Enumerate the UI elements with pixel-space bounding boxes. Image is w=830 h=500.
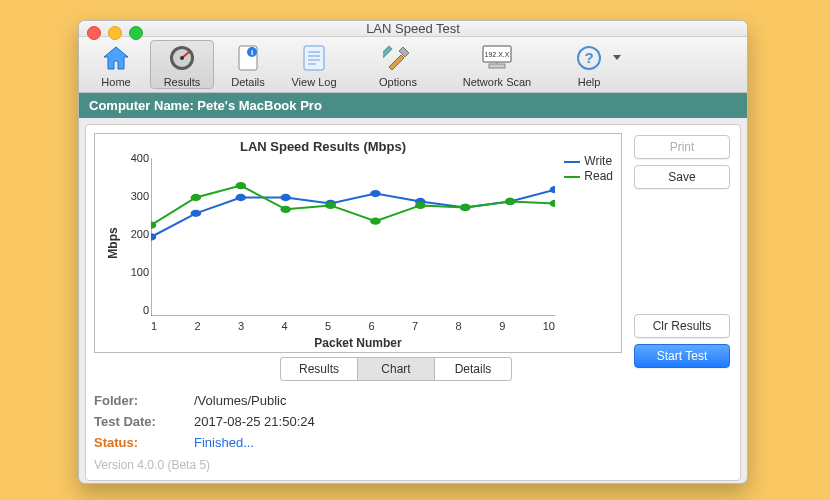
title-bar[interactable]: LAN Speed Test xyxy=(79,21,747,37)
help-button[interactable]: ? Help xyxy=(564,40,614,89)
chart: LAN Speed Results (Mbps) Write Read Mbps… xyxy=(94,133,622,353)
chart-yticks: 4003002001000 xyxy=(121,152,149,316)
chart-legend: Write Read xyxy=(564,154,613,184)
svg-point-50 xyxy=(370,218,381,225)
close-icon[interactable] xyxy=(87,26,101,40)
details-icon: i xyxy=(235,41,261,75)
status-label: Status: xyxy=(94,435,194,450)
help-icon: ? xyxy=(575,41,603,75)
svg-point-38 xyxy=(280,194,291,201)
chart-xticks: 12345678910 xyxy=(151,320,555,332)
chart-ylabel: Mbps xyxy=(106,227,120,258)
chart-plot-area xyxy=(151,158,555,316)
details-button[interactable]: i Details xyxy=(216,40,280,89)
home-icon xyxy=(101,41,131,75)
app-window: LAN Speed Test Home Results i Details Vi… xyxy=(78,20,748,484)
svg-point-2 xyxy=(180,56,184,60)
options-button[interactable]: Options xyxy=(366,40,430,89)
svg-point-36 xyxy=(191,210,202,217)
minimize-icon[interactable] xyxy=(108,26,122,40)
svg-text:?: ? xyxy=(584,49,593,66)
tab-results[interactable]: Results xyxy=(280,357,358,381)
folder-value: /Volumes/Public xyxy=(194,393,622,408)
info-block: Folder: /Volumes/Public Test Date: 2017-… xyxy=(94,393,622,450)
tab-details[interactable]: Details xyxy=(434,357,512,381)
legend-item-write: Write xyxy=(564,154,613,169)
svg-point-52 xyxy=(460,204,471,211)
svg-rect-14 xyxy=(489,64,505,68)
tab-chart[interactable]: Chart xyxy=(357,357,435,381)
svg-point-40 xyxy=(370,190,381,197)
log-icon xyxy=(300,41,328,75)
folder-label: Folder: xyxy=(94,393,194,408)
svg-rect-11 xyxy=(383,46,392,60)
test-date-label: Test Date: xyxy=(94,414,194,429)
svg-text:i: i xyxy=(251,48,253,57)
toolbar: Home Results i Details View Log Options xyxy=(79,37,747,93)
svg-point-48 xyxy=(280,206,291,213)
results-button[interactable]: Results xyxy=(150,40,214,89)
clear-results-button[interactable]: Clr Results xyxy=(634,314,730,338)
svg-point-53 xyxy=(505,198,516,205)
chart-xlabel: Packet Number xyxy=(95,336,621,350)
viewlog-button[interactable]: View Log xyxy=(282,40,346,89)
chart-title: LAN Speed Results (Mbps) xyxy=(95,139,551,154)
main-panel: LAN Speed Results (Mbps) Write Read Mbps… xyxy=(85,124,741,481)
view-tabs: Results Chart Details xyxy=(94,357,512,381)
computer-name-banner: Computer Name: Pete's MacBook Pro xyxy=(79,93,747,118)
tools-icon xyxy=(383,41,413,75)
svg-point-46 xyxy=(191,194,202,201)
svg-rect-6 xyxy=(304,46,324,70)
window-title: LAN Speed Test xyxy=(79,21,747,36)
network-scan-icon: 192.X.X xyxy=(475,41,519,75)
chevron-down-icon[interactable] xyxy=(613,55,621,60)
svg-point-54 xyxy=(550,200,555,207)
legend-item-read: Read xyxy=(564,169,613,184)
svg-point-47 xyxy=(236,182,247,189)
test-date-value: 2017-08-25 21:50:24 xyxy=(194,414,622,429)
zoom-icon[interactable] xyxy=(129,26,143,40)
status-value: Finished... xyxy=(194,435,622,450)
print-button[interactable]: Print xyxy=(634,135,730,159)
gauge-icon xyxy=(167,41,197,75)
svg-point-44 xyxy=(550,186,555,193)
svg-point-37 xyxy=(236,194,247,201)
save-button[interactable]: Save xyxy=(634,165,730,189)
svg-text:192.X.X: 192.X.X xyxy=(485,51,510,58)
svg-point-49 xyxy=(325,202,336,209)
home-button[interactable]: Home xyxy=(84,40,148,89)
svg-point-51 xyxy=(415,202,426,209)
start-test-button[interactable]: Start Test xyxy=(634,344,730,368)
network-scan-button[interactable]: 192.X.X Network Scan xyxy=(450,40,544,89)
